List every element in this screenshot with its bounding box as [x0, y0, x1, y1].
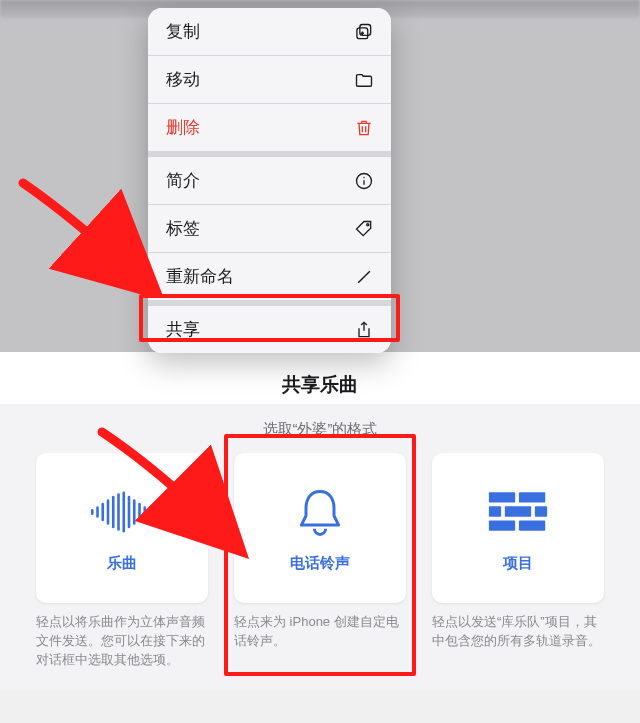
- svg-rect-28: [489, 520, 515, 530]
- sheet-subtitle: 选取“外婆”的格式: [0, 420, 640, 439]
- format-cards-row: 乐曲 轻点以将乐曲作为立体声音频文件发送。您可以在接下来的对话框中选取其他选项。…: [0, 453, 640, 670]
- waveform-icon: [87, 484, 157, 540]
- card-description: 轻点以将乐曲作为立体声音频文件发送。您可以在接下来的对话框中选取其他选项。: [36, 613, 208, 670]
- menu-label: 删除: [166, 116, 200, 139]
- pencil-icon: [353, 266, 375, 288]
- card-description: 轻点来为 iPhone 创建自定电话铃声。: [234, 613, 406, 651]
- menu-label: 标签: [166, 217, 200, 240]
- menu-label: 简介: [166, 169, 200, 192]
- context-menu: 复制 移动 删除: [148, 8, 391, 353]
- tag-icon: [353, 218, 375, 240]
- menu-item-info[interactable]: 简介: [148, 157, 391, 205]
- card-ringtone-tile[interactable]: 电话铃声: [234, 453, 406, 603]
- card-label: 乐曲: [107, 554, 137, 573]
- card-song: 乐曲 轻点以将乐曲作为立体声音频文件发送。您可以在接下来的对话框中选取其他选项。: [36, 453, 208, 670]
- card-song-tile[interactable]: 乐曲: [36, 453, 208, 603]
- card-label: 电话铃声: [290, 554, 350, 573]
- menu-item-move[interactable]: 移动: [148, 56, 391, 104]
- copy-plus-icon: [353, 21, 375, 43]
- svg-rect-26: [505, 506, 531, 516]
- card-description: 轻点以发送“库乐队”项目，其中包含您的所有多轨道录音。: [432, 613, 604, 651]
- svg-rect-24: [519, 492, 545, 502]
- menu-label: 共享: [166, 318, 200, 341]
- sheet-title: 共享乐曲: [0, 352, 640, 404]
- trash-icon: [353, 117, 375, 139]
- menu-item-tags[interactable]: 标签: [148, 205, 391, 253]
- svg-point-9: [367, 223, 369, 225]
- share-icon: [353, 319, 375, 341]
- card-label: 项目: [503, 554, 533, 573]
- menu-label: 复制: [166, 20, 200, 43]
- info-icon: [353, 170, 375, 192]
- svg-rect-23: [489, 492, 515, 502]
- card-project-tile[interactable]: 项目: [432, 453, 604, 603]
- share-sheet: 共享乐曲 选取“外婆”的格式: [0, 352, 640, 690]
- folder-icon: [353, 69, 375, 91]
- annotation-arrow-top: [15, 175, 170, 295]
- top-blurred-background: 复制 移动 删除: [0, 0, 640, 352]
- menu-label: 移动: [166, 68, 200, 91]
- svg-line-10: [358, 271, 370, 283]
- card-project: 项目 轻点以发送“库乐队”项目，其中包含您的所有多轨道录音。: [432, 453, 604, 670]
- bricks-icon: [483, 484, 553, 540]
- card-ringtone: 电话铃声 轻点来为 iPhone 创建自定电话铃声。: [234, 453, 406, 670]
- svg-rect-27: [535, 506, 547, 516]
- bell-icon: [285, 484, 355, 540]
- sheet-body: 选取“外婆”的格式: [0, 404, 640, 690]
- svg-rect-25: [489, 506, 501, 516]
- menu-item-rename[interactable]: 重新命名: [148, 253, 391, 300]
- svg-rect-29: [519, 520, 545, 530]
- menu-item-share[interactable]: 共享: [148, 306, 391, 353]
- menu-item-copy[interactable]: 复制: [148, 8, 391, 56]
- menu-label: 重新命名: [166, 265, 234, 288]
- svg-point-8: [363, 176, 365, 178]
- menu-item-delete[interactable]: 删除: [148, 104, 391, 151]
